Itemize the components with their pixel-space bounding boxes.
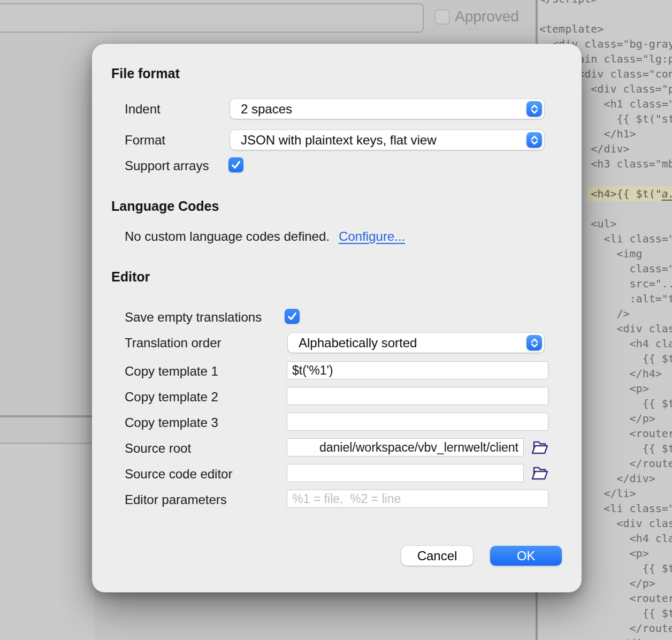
source-code-editor-label: Source code editor — [125, 467, 232, 482]
indent-label: Indent — [125, 102, 161, 117]
language-codes-status: No custom language codes defined. — [125, 229, 330, 244]
section-title-language-codes: Language Codes — [111, 199, 219, 214]
indent-select[interactable]: 2 spaces — [230, 99, 544, 119]
translation-order-select[interactable]: Alphabetically sorted — [288, 333, 544, 353]
approved-label: Approved — [455, 8, 519, 25]
code-line — [539, 6, 672, 21]
cancel-button[interactable]: Cancel — [401, 546, 473, 566]
copy-template-2-input[interactable] — [287, 387, 548, 405]
approved-checkbox — [434, 9, 450, 25]
save-empty-translations-label: Save empty translations — [125, 310, 262, 325]
translation-key-usage: a. — [662, 187, 672, 200]
code-line: <template> — [539, 21, 672, 36]
checkmark-icon — [286, 310, 298, 322]
folder-open-icon — [531, 439, 549, 456]
editor-parameters-input[interactable] — [287, 490, 548, 508]
configure-link[interactable]: Configure... — [339, 229, 405, 244]
copy-template-3-input[interactable] — [287, 413, 548, 431]
copy-template-1-label: Copy template 1 — [125, 364, 218, 379]
copy-template-1-input[interactable] — [287, 361, 548, 379]
format-select-value: JSON with plaintext keys, flat view — [241, 133, 436, 147]
support-arrays-label: Support arrays — [125, 158, 209, 173]
source-root-input[interactable] — [287, 438, 524, 456]
code-line: </script> — [539, 0, 672, 6]
approved-row: Approved — [434, 8, 519, 25]
source-root-label: Source root — [125, 441, 191, 456]
folder-open-icon — [531, 464, 549, 482]
section-title-editor: Editor — [111, 269, 150, 285]
source-code-editor-browse-button[interactable] — [531, 464, 549, 482]
code-line: <router — [539, 591, 672, 606]
editor-parameters-label: Editor parameters — [125, 492, 227, 507]
source-code-editor-input[interactable] — [287, 464, 524, 482]
format-select[interactable]: JSON with plaintext keys, flat view — [230, 130, 544, 150]
chevron-up-down-icon — [526, 101, 542, 117]
code-line: {{ $t — [539, 606, 672, 621]
checkmark-icon — [230, 159, 242, 171]
code-line: </div — [539, 636, 672, 640]
translation-order-label: Translation order — [125, 336, 222, 351]
chevron-up-down-icon — [526, 335, 542, 351]
ok-button[interactable]: OK — [490, 546, 562, 566]
background-panel — [0, 444, 94, 640]
chevron-up-down-icon — [526, 132, 542, 148]
support-arrays-checkbox[interactable] — [228, 157, 243, 172]
section-title-file-format: File format — [111, 66, 180, 81]
code-line: </route — [539, 621, 672, 636]
copy-template-3-label: Copy template 3 — [125, 415, 218, 430]
copy-template-2-label: Copy template 2 — [125, 390, 218, 405]
format-label: Format — [125, 133, 165, 148]
indent-select-value: 2 spaces — [241, 102, 292, 116]
background-text-field — [0, 3, 424, 33]
translation-order-select-value: Alphabetically sorted — [299, 336, 417, 350]
divider — [0, 415, 94, 417]
save-empty-translations-checkbox[interactable] — [285, 309, 300, 324]
settings-dialog: File format Indent 2 spaces Format JSON … — [92, 44, 582, 592]
source-root-browse-button[interactable] — [531, 439, 549, 456]
